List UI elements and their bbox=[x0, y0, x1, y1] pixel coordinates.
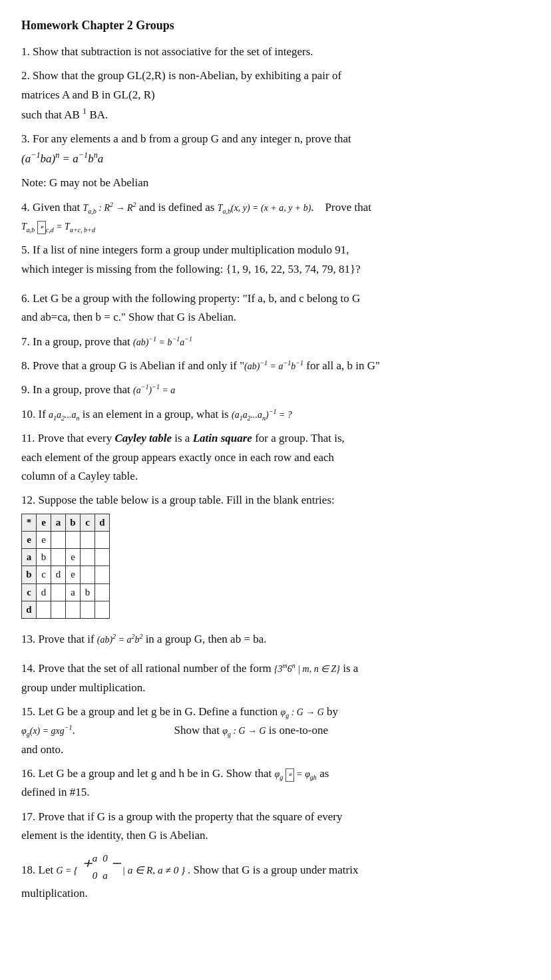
problem-6: 6. Let G be a group with the following p… bbox=[21, 290, 530, 327]
problem-9: 9. In a group, prove that (a−1)−1 = a bbox=[21, 381, 530, 399]
problem-7: 7. In a group, prove that (ab)−1 = b−1a−… bbox=[21, 333, 530, 351]
problem-3-note: Note: G may not be Abelian bbox=[21, 174, 530, 192]
problem-1: 1. Show that subtraction is not associat… bbox=[21, 43, 530, 61]
problem-1-number: 1. bbox=[21, 45, 33, 58]
problem-18: 18. Let G = { ⁺ a0 0a ⁻ | a ∈ R, a ≠ 0 }… bbox=[21, 851, 530, 902]
problem-15: 15. Let G be a group and let g be in G. … bbox=[21, 703, 530, 758]
problem-5: 5. If a list of nine integers form a gro… bbox=[21, 242, 530, 278]
problem-11: 11. Prove that every Cayley table is a L… bbox=[21, 430, 530, 485]
problem-13: 13. Prove that if (ab)2 = a2b2 in a grou… bbox=[21, 631, 530, 648]
problem-10: 10. If a1a2...an is an element in a grou… bbox=[21, 406, 530, 423]
problem-2: 2. Show that the group GL(2,R) is non-Ab… bbox=[21, 67, 530, 124]
problem-14: 14. Prove that the set of all rational n… bbox=[21, 660, 530, 697]
problem-12: 12. Suppose the table below is a group t… bbox=[21, 492, 530, 619]
page-title: Homework Chapter 2 Groups bbox=[21, 19, 530, 33]
problem-16: 16. Let G be a group and let g and h be … bbox=[21, 765, 530, 802]
cayley-table: * e a b c d e e a b e bbox=[21, 514, 530, 619]
problem-8: 8. Prove that a group G is Abelian if an… bbox=[21, 357, 530, 375]
problem-17: 17. Prove that if G is a group with the … bbox=[21, 808, 530, 845]
problem-4: 4. Given that Ta,b : R2 → R2 and is defi… bbox=[21, 199, 530, 236]
problem-3: 3. For any elements a and b from a group… bbox=[21, 130, 530, 168]
